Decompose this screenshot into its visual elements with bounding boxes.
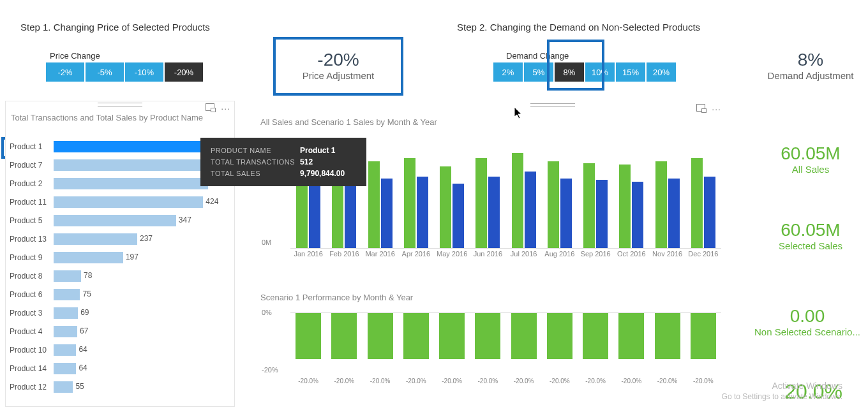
bar-scenario1-sales[interactable] <box>488 177 500 248</box>
perf-bar[interactable] <box>475 313 500 359</box>
month-label: Nov 2016 <box>652 250 684 258</box>
drag-handle-icon[interactable] <box>530 103 575 107</box>
product-bar[interactable] <box>54 196 203 208</box>
bar-scenario1-sales[interactable] <box>704 177 715 248</box>
product-bar[interactable] <box>54 289 80 300</box>
bar-scenario1-sales[interactable] <box>417 177 428 248</box>
perf-bar[interactable] <box>403 313 429 359</box>
bar-all-sales[interactable] <box>368 161 380 248</box>
kpi-nonselected-scenario: 0.00 Non Selected Scenario... <box>744 306 868 337</box>
bar-all-sales[interactable] <box>583 163 595 248</box>
tooltip-key-transactions: TOTAL TRANSACTIONS <box>211 157 299 167</box>
perf-value-label: -20.0% <box>334 377 355 384</box>
price-option[interactable]: -5% <box>86 62 124 82</box>
month-label: Dec 2016 <box>687 250 719 258</box>
product-bar[interactable] <box>54 307 78 319</box>
bar-scenario1-sales[interactable] <box>632 182 643 248</box>
product-value: 197 <box>126 253 138 261</box>
product-bar[interactable] <box>54 270 81 282</box>
price-option[interactable]: -10% <box>125 62 163 82</box>
bar-all-sales[interactable] <box>512 153 523 248</box>
perf-bar[interactable] <box>655 313 680 359</box>
bar-scenario1-sales[interactable] <box>668 179 680 248</box>
product-row[interactable]: Product 5347 <box>6 211 234 230</box>
product-bar[interactable] <box>54 344 76 356</box>
step1-label: Step 1. Changing Price of Selected Produ… <box>20 22 210 33</box>
tooltip-val-product: Product 1 <box>300 145 348 156</box>
product-bar[interactable] <box>54 233 137 245</box>
product-row[interactable]: Product 13237 <box>6 230 234 248</box>
bar-all-sales[interactable] <box>619 165 631 248</box>
product-row[interactable]: Product 467 <box>6 322 234 340</box>
bar-all-sales[interactable] <box>475 158 487 248</box>
bar-all-sales[interactable] <box>404 158 415 248</box>
bar-scenario1-sales[interactable] <box>453 184 464 248</box>
price-option[interactable]: -2% <box>46 62 84 82</box>
month-label: Jan 2016 <box>292 250 324 258</box>
perf-bar[interactable] <box>331 313 357 359</box>
demand-option[interactable]: 8% <box>555 62 584 82</box>
kpi-all-sales-value: 60.05M <box>750 143 868 164</box>
product-bar[interactable] <box>54 178 208 189</box>
product-row[interactable]: Product 675 <box>6 285 234 304</box>
bar-all-sales[interactable] <box>440 166 451 248</box>
bar-scenario1-sales[interactable] <box>560 179 572 248</box>
bar-scenario1-sales[interactable] <box>525 172 536 248</box>
kpi-nonselected-label: Non Selected Scenario... <box>744 326 868 337</box>
demand-option[interactable]: 15% <box>616 62 645 82</box>
bar-scenario1-sales[interactable] <box>596 180 608 248</box>
product-bar[interactable] <box>54 215 176 226</box>
demand-option[interactable]: 20% <box>647 62 676 82</box>
bar-all-sales[interactable] <box>691 158 703 248</box>
bar-scenario1-sales[interactable] <box>309 180 320 248</box>
performance-panel[interactable]: Scenario 1 Performance by Month & Year <box>255 290 728 305</box>
perf-bar[interactable] <box>511 313 537 359</box>
more-options-icon[interactable]: ··· <box>712 104 721 114</box>
product-panel-title: Total Transactions and Total Sales by Pr… <box>6 110 234 125</box>
product-row[interactable]: Product 1464 <box>6 359 234 377</box>
perf-bar[interactable] <box>618 313 644 359</box>
product-bar[interactable] <box>54 252 123 263</box>
tooltip-key-sales: TOTAL SALES <box>211 168 299 179</box>
perf-value-label: -20.0% <box>550 377 570 384</box>
product-value: 237 <box>140 234 153 243</box>
product-bar[interactable] <box>54 326 77 337</box>
focus-mode-icon[interactable] <box>696 104 705 112</box>
bar-all-sales[interactable] <box>655 161 667 248</box>
product-row[interactable]: Product 369 <box>6 304 234 322</box>
focus-mode-icon[interactable] <box>206 103 214 111</box>
performance-column-chart[interactable]: 0% -20% -20.0%-20.0%-20.0%-20.0%-20.0%-2… <box>255 306 728 395</box>
product-name: Product 3 <box>6 309 54 318</box>
more-options-icon[interactable]: ··· <box>221 103 230 113</box>
product-row[interactable]: Product 878 <box>6 267 234 285</box>
price-option[interactable]: -20% <box>165 62 203 82</box>
month-label: Apr 2016 <box>400 250 432 258</box>
product-row[interactable]: Product 11424 <box>6 193 234 211</box>
perf-bar[interactable] <box>583 313 608 359</box>
demand-option[interactable]: 10% <box>585 62 615 82</box>
price-change-slicer[interactable]: -2%-5%-10%-20% <box>46 62 203 82</box>
demand-option[interactable]: 2% <box>493 62 523 82</box>
drag-handle-icon[interactable] <box>98 103 142 106</box>
product-bar[interactable] <box>54 363 76 374</box>
perf-bar[interactable] <box>691 313 716 359</box>
demand-option[interactable]: 5% <box>524 62 553 82</box>
bar-scenario1-sales[interactable] <box>381 179 393 248</box>
tooltip-val-sales: 9,790,844.00 <box>300 168 348 179</box>
product-row[interactable]: Product 9197 <box>6 248 234 267</box>
sales-by-month-panel[interactable]: ··· All Sales and Scenario 1 Sales by Mo… <box>255 102 728 129</box>
product-name: Product 1 <box>6 142 54 151</box>
product-row[interactable]: Product 1255 <box>6 377 234 396</box>
product-row[interactable]: Product 1064 <box>6 340 234 359</box>
perf-bar[interactable] <box>296 313 321 359</box>
perf-value-label: -20.0% <box>406 377 426 384</box>
perf-bar[interactable] <box>368 313 393 359</box>
perf-bar[interactable] <box>439 313 465 359</box>
perf-bar[interactable] <box>547 313 572 359</box>
bar-all-sales[interactable] <box>548 161 559 248</box>
bar-scenario1-sales[interactable] <box>345 185 356 248</box>
product-bar[interactable] <box>54 159 220 171</box>
demand-change-slicer[interactable]: 2%5%8%10%15%20% <box>493 62 676 82</box>
product-bar[interactable] <box>54 381 73 393</box>
month-label: Feb 2016 <box>328 250 360 258</box>
